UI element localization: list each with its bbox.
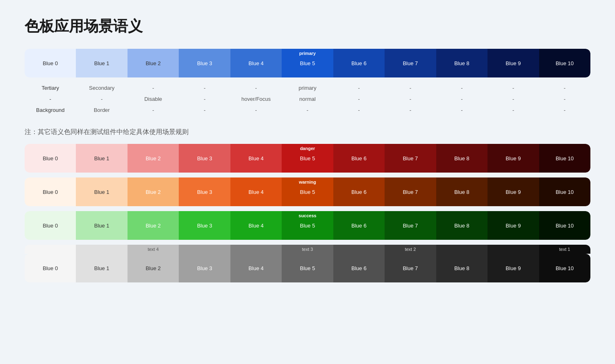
danger-cell-6: Blue 6 bbox=[333, 144, 385, 173]
neutral-palette-row: Blue 0 Blue 1 Blue 2 Blue 3 Blue 4 Blue … bbox=[25, 254, 590, 282]
sem-background: Background bbox=[25, 105, 76, 116]
note-text: 注：其它语义色同样在测试组件中给定具体使用场景规则 bbox=[25, 128, 590, 136]
warning-cell-7: Blue 7 bbox=[385, 177, 436, 206]
success-cell-7: Blue 7 bbox=[385, 211, 436, 240]
success-cell-9: Blue 9 bbox=[487, 211, 539, 240]
neutral-palette-wrapper: text 4 text 3 text 2 text 1 Blue 0 Blue … bbox=[25, 245, 590, 282]
neutral-cell-10: Blue 10 bbox=[539, 254, 590, 282]
page-title: 色板应用场景语义 bbox=[25, 16, 590, 36]
blue-cell-8: Blue 8 bbox=[436, 49, 487, 77]
success-cell-3: Blue 3 bbox=[179, 211, 230, 240]
warning-cell-4: Blue 4 bbox=[230, 177, 282, 206]
warning-cell-1: Blue 1 bbox=[76, 177, 127, 206]
neutral-cell-6: Blue 6 bbox=[333, 254, 385, 282]
neutral-cell-9: Blue 9 bbox=[487, 254, 539, 282]
warning-cell-6: Blue 6 bbox=[333, 177, 385, 206]
warning-palette-row: Blue 0 Blue 1 Blue 2 Blue 3 Blue 4 warni… bbox=[25, 177, 590, 206]
danger-palette-row: Blue 0 Blue 1 Blue 2 Blue 3 Blue 4 dange… bbox=[25, 144, 590, 173]
warning-cell-9: Blue 9 bbox=[487, 177, 539, 206]
success-palette-row: Blue 0 Blue 1 Blue 2 Blue 3 Blue 4 succe… bbox=[25, 211, 590, 240]
danger-cell-4: Blue 4 bbox=[230, 144, 282, 173]
sem-hover: hover/Focus bbox=[230, 93, 282, 105]
danger-cell-0: Blue 0 bbox=[25, 144, 76, 173]
success-cell-5: success Blue 5 bbox=[282, 211, 333, 240]
semantics-table: Tertiary Secondary - - - primary - - - -… bbox=[25, 82, 590, 116]
warning-cell-2: Blue 2 bbox=[128, 177, 179, 206]
success-cell-6: Blue 6 bbox=[333, 211, 385, 240]
blue-cell-10: Blue 10 bbox=[539, 49, 590, 77]
warning-cell-10: Blue 10 bbox=[539, 177, 590, 206]
neutral-cell-5: Blue 5 bbox=[282, 254, 333, 282]
semantics-row-3: Background Border - - - - - - - - - bbox=[25, 105, 590, 116]
neutral-cell-3: Blue 3 bbox=[179, 254, 230, 282]
semantics-row-2: - - Disable - hover/Focus normal - - - -… bbox=[25, 93, 590, 105]
danger-palette-wrapper: Blue 0 Blue 1 Blue 2 Blue 3 Blue 4 dange… bbox=[25, 144, 590, 173]
danger-cell-8: Blue 8 bbox=[436, 144, 487, 173]
blue-palette-section: Blue 0 Blue 1 Blue 2 Blue 3 Blue 4 prima… bbox=[25, 49, 590, 116]
neutral-text-labels: text 4 text 3 text 2 text 1 bbox=[25, 245, 590, 254]
neutral-cell-1: Blue 1 bbox=[76, 254, 127, 282]
sem-disable: Disable bbox=[128, 93, 179, 105]
blue-cell-0: Blue 0 bbox=[25, 49, 76, 77]
blue-cell-6: Blue 6 bbox=[333, 49, 385, 77]
danger-cell-9: Blue 9 bbox=[487, 144, 539, 173]
success-cell-0: Blue 0 bbox=[25, 211, 76, 240]
neutral-cell-7: Blue 7 bbox=[385, 254, 436, 282]
success-cell-4: Blue 4 bbox=[230, 211, 282, 240]
danger-cell-7: Blue 7 bbox=[385, 144, 436, 173]
success-palette-wrapper: Blue 0 Blue 1 Blue 2 Blue 3 Blue 4 succe… bbox=[25, 211, 590, 240]
blue-cell-2: Blue 2 bbox=[128, 49, 179, 77]
sem-tertiary: Tertiary bbox=[25, 82, 76, 93]
warning-cell-3: Blue 3 bbox=[179, 177, 230, 206]
danger-cell-2: Blue 2 bbox=[128, 144, 179, 173]
danger-cell-1: Blue 1 bbox=[76, 144, 127, 173]
blue-cell-3: Blue 3 bbox=[179, 49, 230, 77]
blue-palette-row: Blue 0 Blue 1 Blue 2 Blue 3 Blue 4 prima… bbox=[25, 49, 590, 77]
blue-cell-9: Blue 9 bbox=[487, 49, 539, 77]
blue-cell-1: Blue 1 bbox=[76, 49, 127, 77]
success-cell-2: Blue 2 bbox=[128, 211, 179, 240]
sem-primary: primary bbox=[282, 82, 333, 93]
neutral-cell-0: Blue 0 bbox=[25, 254, 76, 282]
success-cell-8: Blue 8 bbox=[436, 211, 487, 240]
sem-secondary: Secondary bbox=[76, 82, 127, 93]
sem-normal: normal bbox=[282, 93, 333, 105]
warning-cell-8: Blue 8 bbox=[436, 177, 487, 206]
warning-palette-wrapper: Blue 0 Blue 1 Blue 2 Blue 3 Blue 4 warni… bbox=[25, 177, 590, 206]
danger-cell-5: danger Blue 5 bbox=[282, 144, 333, 173]
danger-cell-3: Blue 3 bbox=[179, 144, 230, 173]
success-cell-10: Blue 10 bbox=[539, 211, 590, 240]
neutral-cell-2: Blue 2 bbox=[128, 254, 179, 282]
sem-border: Border bbox=[76, 105, 127, 116]
warning-cell-0: Blue 0 bbox=[25, 177, 76, 206]
blue-cell-4: Blue 4 bbox=[230, 49, 282, 77]
warning-cell-5: warning Blue 5 bbox=[282, 177, 333, 206]
success-cell-1: Blue 1 bbox=[76, 211, 127, 240]
danger-cell-10: Blue 10 bbox=[539, 144, 590, 173]
neutral-cell-8: Blue 8 bbox=[436, 254, 487, 282]
blue-cell-5: primary Blue 5 bbox=[282, 49, 333, 77]
neutral-cell-4: Blue 4 bbox=[230, 254, 282, 282]
blue-cell-7: Blue 7 bbox=[385, 49, 436, 77]
semantics-row-1: Tertiary Secondary - - - primary - - - -… bbox=[25, 82, 590, 93]
